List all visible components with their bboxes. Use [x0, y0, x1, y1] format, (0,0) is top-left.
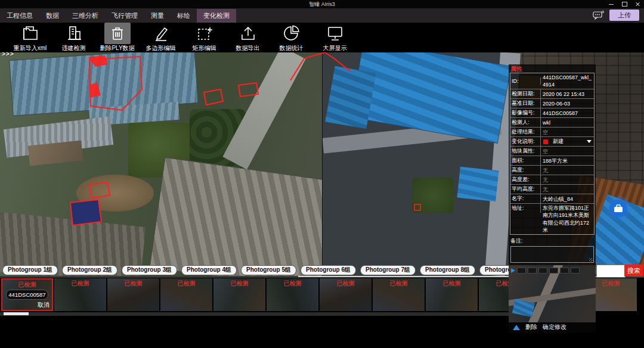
briefcase-icon — [614, 204, 623, 213]
mini-toolbar-button[interactable] — [517, 268, 526, 274]
pencil-icon — [152, 25, 170, 42]
folder-icon — [21, 25, 39, 42]
mini-toolbar-button[interactable] — [549, 268, 558, 274]
rectangle-edit-button[interactable]: 矩形编辑 — [182, 23, 226, 52]
tab-photogroup-5[interactable]: Photogroup 5组 — [241, 265, 296, 275]
menu-item-flight-management[interactable]: 飞行管理 — [105, 9, 144, 23]
big-screen-display-button[interactable]: 大屏显示 — [313, 23, 357, 52]
mini-map-toolbar — [509, 267, 596, 274]
title-bar: 智瞳 AIris3 — [0, 0, 644, 8]
field-detector-value: wkl — [541, 119, 594, 127]
restore-icon — [622, 2, 627, 7]
close-button[interactable] — [631, 0, 644, 8]
play-icon[interactable] — [511, 268, 515, 273]
remark-label: 备注: — [509, 235, 596, 246]
tab-photogroup-7[interactable]: Photogroup 7组 — [360, 265, 416, 275]
field-avg-height-value: 无 — [541, 185, 594, 194]
field-base-date-value: 2020-06-03 — [541, 100, 594, 108]
field-area-value: 188平方米 — [541, 157, 594, 165]
restore-button[interactable] — [618, 0, 631, 8]
data-export-button[interactable]: 数据导出 — [226, 23, 270, 52]
attribute-table: ID:441DSC00587_wkl_4914 检测日期:2020 06 22 … — [510, 73, 595, 235]
thumbnail-selected[interactable]: 已检测 441DSC00587 取消 — [1, 278, 53, 311]
detail-panel: 属性 ID:441DSC00587_wkl_4914 检测日期:2020 06 … — [509, 64, 596, 333]
message-button[interactable] — [593, 11, 605, 20]
reimport-xml-button[interactable]: 重新导入xml — [8, 23, 52, 52]
toolbar: 重新导入xml 违建检测 删除PLY数据 多边形编辑 — [0, 23, 644, 52]
export-arrow-icon — [239, 25, 257, 42]
field-name-value: 大岭山镇_84 — [541, 195, 594, 203]
monitor-icon — [326, 25, 344, 42]
chat-bubble-icon — [593, 11, 605, 20]
close-icon — [635, 2, 640, 7]
pie-chart-icon — [283, 25, 301, 42]
minimize-button[interactable] — [605, 0, 618, 8]
illegal-building-detect-button[interactable]: 违建检测 — [52, 23, 95, 52]
change-type-dropdown[interactable]: 变化说明: 新建 — [510, 137, 594, 147]
tab-photogroup-1[interactable]: Photogroup 1组 — [2, 265, 58, 275]
window-title: 智瞳 AIris3 — [309, 1, 335, 8]
tab-photogroup-3[interactable]: Photogroup 3组 — [122, 265, 177, 275]
thumbnail-scrollbar[interactable] — [0, 312, 512, 316]
menu-item-data[interactable]: 数据 — [39, 9, 66, 23]
search-input[interactable] — [596, 265, 626, 278]
field-image-no-value: 441DSC00587 — [541, 109, 594, 117]
marker-triangle-icon — [513, 325, 520, 330]
mini-toolbar-button[interactable] — [528, 268, 537, 274]
field-detect-date-value: 2020 06 22 15:43 — [541, 90, 594, 98]
data-statistics-button[interactable]: 数据统计 — [270, 23, 313, 52]
thumbnail[interactable]: 已检测 — [267, 278, 318, 311]
view-arrows-indicator: >>> — [2, 52, 14, 57]
thumbnail[interactable]: 已检测 — [373, 278, 425, 311]
search-button[interactable]: 搜索 — [624, 265, 643, 276]
remark-textarea[interactable] — [510, 246, 594, 263]
menu-item-measure[interactable]: 测量 — [144, 9, 171, 23]
left-3d-map-view[interactable]: >>> — [0, 52, 322, 276]
mini-toolbar-button[interactable] — [571, 268, 580, 274]
tab-photogroup-8[interactable]: Photogroup 8组 — [420, 265, 475, 275]
mini-toolbar-button[interactable] — [538, 268, 547, 274]
thumbnail-code-badge: 441DSC00587 — [6, 290, 48, 300]
thumbnail[interactable]: 已检测 — [54, 278, 106, 311]
panel-title: 属性 — [509, 64, 596, 73]
thumbnail[interactable]: 已检测 — [213, 278, 265, 311]
field-process-result-value: 空 — [541, 128, 594, 136]
app-window: 智瞳 AIris3 工程信息 数据 三维分析 飞行管理 测量 标绘 变化检测 上… — [0, 0, 644, 348]
trash-icon — [109, 25, 126, 42]
field-address-value: 东莞市拥军路101正南方向191米木美斯有限公司西北约172米 — [541, 204, 594, 234]
menu-bar: 工程信息 数据 三维分析 飞行管理 测量 标绘 变化检测 上传 — [0, 8, 644, 23]
panel-confirm-button[interactable]: 确定修改 — [543, 323, 566, 331]
dropdown-caret-icon — [587, 140, 592, 143]
tab-photogroup-4[interactable]: Photogroup 4组 — [181, 265, 237, 275]
field-height-value: 无 — [541, 166, 594, 175]
thumbnail[interactable]: 已检测 — [320, 278, 371, 311]
polygon-edit-button[interactable]: 多边形编辑 — [139, 23, 182, 52]
tab-photogroup-6[interactable]: Photogroup 6组 — [301, 265, 356, 275]
panel-delete-button[interactable]: 删除 — [525, 323, 537, 331]
menu-item-change-detection[interactable]: 变化检测 — [197, 9, 236, 23]
thumbnail[interactable]: 已检测 — [160, 278, 212, 311]
field-id-value: 441DSC00587_wkl_4914 — [541, 73, 594, 89]
mini-map-preview[interactable] — [509, 265, 596, 322]
menu-item-3d-analysis[interactable]: 三维分析 — [66, 9, 105, 23]
minimize-icon — [609, 4, 614, 5]
tab-photogroup-2[interactable]: Photogroup 2组 — [62, 265, 117, 275]
cancel-selection-button[interactable]: 取消 — [38, 301, 49, 309]
upload-button[interactable]: 上传 — [609, 10, 639, 21]
panel-actions: 删除 确定修改 — [509, 322, 596, 333]
field-height-diff-value: 无 — [541, 176, 594, 184]
rect-select-icon — [196, 25, 213, 42]
menu-item-plot[interactable]: 标绘 — [171, 9, 197, 23]
right-ortho-map-view[interactable] — [322, 52, 644, 276]
thumbnail[interactable]: 已检测 — [426, 278, 478, 311]
mini-toolbar-button[interactable] — [560, 268, 569, 274]
change-type-color-swatch — [543, 139, 548, 144]
floating-action-button[interactable] — [609, 200, 627, 218]
field-parcel-attr-value: 空 — [541, 147, 594, 156]
field-change-type-value: 新建 — [553, 138, 564, 145]
delete-ply-data-button[interactable]: 删除PLY数据 — [95, 23, 139, 52]
building-icon — [65, 25, 83, 42]
thumbnail[interactable]: 已检测 — [107, 278, 159, 311]
menu-item-project-info[interactable]: 工程信息 — [0, 9, 39, 23]
